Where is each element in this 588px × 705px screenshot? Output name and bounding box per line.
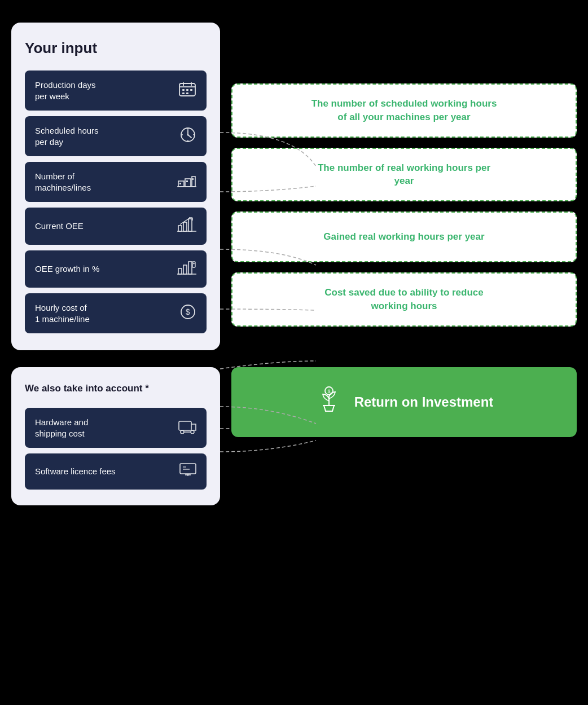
output-text-scheduled-hours: The number of scheduled working hoursof … xyxy=(311,97,497,124)
oee-icon xyxy=(177,217,196,236)
svg-rect-18 xyxy=(185,179,191,187)
svg-rect-23 xyxy=(192,178,194,180)
bottom-section: We also take into account * Hardware and… xyxy=(11,367,577,505)
input-label-software: Software licence fees xyxy=(35,466,116,477)
svg-rect-5 xyxy=(186,89,188,91)
input-item-hourly-cost[interactable]: Hourly cost of1 machine/line $ xyxy=(25,293,207,333)
bottom-left-panel: We also take into account * Hardware and… xyxy=(11,367,220,505)
page-wrapper: Your input Production daysper week xyxy=(11,23,577,505)
top-section: Your input Production daysper week xyxy=(11,23,577,350)
input-item-production-days[interactable]: Production daysper week xyxy=(25,70,207,111)
roi-box[interactable]: $ Return on Investment xyxy=(231,367,577,437)
input-item-scheduled-hours[interactable]: Scheduled hoursper day xyxy=(25,116,207,156)
factory-icon xyxy=(177,173,196,191)
svg-rect-22 xyxy=(186,180,188,182)
calendar-icon xyxy=(178,81,196,100)
svg-text:$: $ xyxy=(327,389,330,394)
svg-rect-7 xyxy=(182,92,185,94)
panel-title: Your input xyxy=(25,39,207,57)
svg-rect-26 xyxy=(188,219,192,231)
svg-rect-30 xyxy=(178,268,182,274)
svg-rect-43 xyxy=(180,464,196,474)
input-item-oee[interactable]: Current OEE xyxy=(25,208,207,245)
input-label-hardware: Hardware andshipping cost xyxy=(35,417,88,439)
svg-rect-6 xyxy=(190,89,192,91)
bottom-panel-title: We also take into account * xyxy=(25,383,207,394)
svg-rect-19 xyxy=(192,177,195,187)
svg-rect-39 xyxy=(179,421,191,430)
svg-rect-4 xyxy=(182,89,185,91)
input-label-machines: Number ofmachines/lines xyxy=(35,171,91,193)
bottom-right: $ Return on Investment xyxy=(220,367,577,437)
monitor-icon xyxy=(179,462,196,481)
input-item-machines[interactable]: Number ofmachines/lines xyxy=(25,162,207,202)
output-box-scheduled-hours: The number of scheduled working hoursof … xyxy=(231,83,577,138)
output-box-real-hours: The number of real working hours peryear xyxy=(231,148,577,202)
output-box-cost-saved: Cost saved due to ability to reduceworki… xyxy=(231,272,577,327)
svg-rect-24 xyxy=(178,226,182,231)
svg-rect-25 xyxy=(183,222,187,231)
svg-rect-32 xyxy=(188,262,192,274)
roi-label: Return on Investment xyxy=(354,394,494,410)
input-label-scheduled-hours: Scheduled hoursper day xyxy=(35,125,99,147)
input-item-software[interactable]: Software licence fees xyxy=(25,453,207,490)
svg-text:$: $ xyxy=(186,307,190,316)
output-text-real-hours: The number of real working hours peryear xyxy=(318,161,490,188)
output-text-gained-hours: Gained real working hours per year xyxy=(323,230,484,244)
input-item-oee-growth[interactable]: OEE growth in % xyxy=(25,250,207,288)
input-item-hardware[interactable]: Hardware andshipping cost xyxy=(25,408,207,448)
svg-point-12 xyxy=(187,134,189,135)
output-text-cost-saved: Cost saved due to ability to reduceworki… xyxy=(324,286,484,313)
input-label-hourly-cost: Hourly cost of1 machine/line xyxy=(35,302,90,324)
left-panel: Your input Production daysper week xyxy=(11,23,220,350)
dollar-circle-icon: $ xyxy=(179,303,196,324)
right-outputs: The number of scheduled working hoursof … xyxy=(220,23,577,337)
svg-rect-21 xyxy=(179,183,181,184)
svg-point-40 xyxy=(181,430,184,434)
growth-icon xyxy=(177,259,196,279)
clock-icon xyxy=(179,126,196,147)
input-label-oee-growth: OEE growth in % xyxy=(35,263,99,275)
svg-rect-8 xyxy=(186,92,188,94)
input-label-production-days: Production daysper week xyxy=(35,80,96,102)
svg-point-41 xyxy=(191,430,194,434)
plant-icon: $ xyxy=(315,385,343,419)
svg-rect-31 xyxy=(183,265,187,274)
input-label-oee: Current OEE xyxy=(35,221,84,232)
output-box-gained-hours: Gained real working hours per year xyxy=(231,211,577,262)
shipping-icon xyxy=(178,419,196,437)
